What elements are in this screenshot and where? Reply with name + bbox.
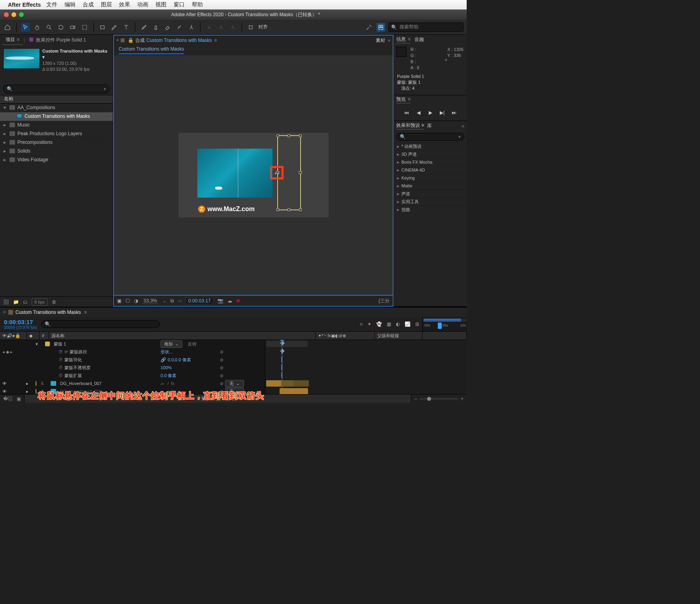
- workspace-reset-icon[interactable]: [376, 23, 385, 32]
- disclosure-triangle-icon[interactable]: ▸: [2, 122, 7, 128]
- tab-library[interactable]: 库: [427, 123, 432, 129]
- zoom-window-button[interactable]: [19, 12, 24, 17]
- disclosure-triangle-icon[interactable]: ▾: [2, 105, 7, 110]
- effects-search-input[interactable]: 🔍▾: [396, 133, 464, 141]
- tab-effect-controls[interactable]: 效果控件 Purple Solid 1: [26, 36, 89, 45]
- eraser-tool[interactable]: [163, 23, 172, 32]
- time-ruler[interactable]: :00s 05s 10s: [422, 317, 467, 331]
- shy-toggle-icon[interactable]: 👻: [376, 321, 382, 327]
- type-tool[interactable]: [122, 23, 131, 32]
- disclosure-triangle-icon[interactable]: ▸: [397, 207, 399, 212]
- pickwhip-icon[interactable]: ⊘: [220, 357, 223, 362]
- chevron-down-icon[interactable]: ⌄: [163, 298, 166, 304]
- mask-invert-label[interactable]: 反转: [188, 341, 197, 347]
- disclosure-triangle-icon[interactable]: ▸: [397, 144, 399, 149]
- project-item[interactable]: ▸Video Footage: [0, 156, 113, 164]
- disclosure-triangle-icon[interactable]: ▸: [397, 168, 399, 173]
- interpret-footage-icon[interactable]: ⬛: [3, 299, 9, 305]
- brush-tool[interactable]: [140, 23, 148, 32]
- tab-effects-presets[interactable]: 效果和预设 ≡: [396, 122, 424, 130]
- effects-category[interactable]: ▸实用工具: [394, 198, 467, 206]
- project-item[interactable]: ▸Precompositions: [0, 138, 113, 147]
- local-axis-icon[interactable]: [205, 23, 214, 32]
- effects-category[interactable]: ▸扭曲: [394, 206, 467, 213]
- roto-brush-tool[interactable]: [175, 23, 184, 32]
- comp-flowchart-icon[interactable]: ⎋: [360, 321, 363, 327]
- camera-tool[interactable]: [68, 23, 77, 32]
- project-search-input[interactable]: 🔍 ▾: [3, 85, 110, 93]
- close-tab-icon[interactable]: ×: [116, 38, 119, 43]
- disclosure-triangle-icon[interactable]: ▸: [2, 148, 7, 154]
- zoom-tool[interactable]: [45, 23, 53, 32]
- col-parent[interactable]: 父级和链接: [375, 332, 422, 340]
- last-frame-button[interactable]: ⏭: [451, 109, 457, 116]
- footage-tab[interactable]: 素材: [376, 37, 385, 44]
- timeline-layer-outline[interactable]: ▾蒙版 1相加 ⌄ 反转◂ ◆ ▸⏱ ⟳ 蒙版路径形状...⊘⏱ 蒙版羽化🔗 0…: [0, 340, 265, 394]
- playhead[interactable]: [438, 323, 442, 329]
- rotation-tool[interactable]: [57, 23, 65, 32]
- project-item-list[interactable]: ▾AA_CompositionsCustom Transitions with …: [0, 104, 113, 296]
- world-axis-icon[interactable]: [217, 23, 225, 32]
- project-item[interactable]: ▸Music: [0, 121, 113, 130]
- menu-edit[interactable]: 编辑: [64, 1, 76, 8]
- home-button[interactable]: [3, 23, 12, 32]
- eye-toggle-icon[interactable]: 👁: [2, 381, 7, 386]
- disclosure-triangle-icon[interactable]: ▸: [397, 176, 399, 181]
- effects-category[interactable]: ▸Matte: [394, 182, 467, 190]
- work-area-bar[interactable]: [424, 319, 461, 322]
- tab-project[interactable]: 项目≡: [2, 35, 23, 45]
- current-time-display[interactable]: 0:00:03:17: [185, 297, 214, 304]
- menu-animation[interactable]: 动画: [137, 1, 148, 8]
- effects-category-list[interactable]: ▸* 动画预设▸3D 声道▸Boris FX Mocha▸CINEMA 4D▸K…: [394, 142, 467, 306]
- label-header-icon[interactable]: ◆: [29, 333, 32, 338]
- graph-editor-icon[interactable]: 📈: [405, 321, 411, 327]
- channel-icon[interactable]: ☁: [227, 298, 232, 304]
- timeline-row[interactable]: ⏱ 蒙版扩展0.0 像素⊘: [0, 372, 265, 379]
- mask-handle-mid-right[interactable]: [299, 171, 302, 174]
- disclosure-triangle-icon[interactable]: ▸: [397, 191, 399, 196]
- mask-color-swatch[interactable]: [45, 342, 50, 346]
- effects-category[interactable]: ▸3D 声道: [394, 150, 467, 158]
- timeline-search-input[interactable]: 🔍: [41, 320, 160, 328]
- mask-handle-top-right[interactable]: [299, 134, 302, 137]
- mask-mode-dropdown[interactable]: 相加 ⌄: [161, 340, 182, 348]
- pickwhip-icon[interactable]: ⊘: [220, 349, 223, 355]
- disclosure-triangle-icon[interactable]: ▸: [26, 381, 28, 386]
- mask-name[interactable]: 蒙版 1: [54, 341, 66, 347]
- layer-track-bar[interactable]: [280, 388, 308, 394]
- disclosure-triangle-icon[interactable]: ▸: [397, 160, 399, 165]
- parent-dropdown[interactable]: 无 ⌄: [225, 380, 244, 387]
- stopwatch-icon[interactable]: ⏱: [59, 365, 63, 370]
- next-frame-button[interactable]: ▶|: [439, 109, 445, 116]
- property-value[interactable]: 形状...: [161, 349, 173, 355]
- mask-handle-bottom-left[interactable]: [276, 208, 279, 211]
- toggle-modes-icon[interactable]: ▣: [17, 396, 21, 402]
- draft3d-icon[interactable]: ✦: [367, 321, 371, 327]
- layer-name[interactable]: DG_Hoverboard_007: [60, 381, 102, 386]
- property-value[interactable]: 100%: [161, 365, 172, 370]
- pan-behind-tool[interactable]: [80, 23, 89, 32]
- disclosure-triangle-icon[interactable]: ▸: [2, 131, 7, 136]
- timeline-row[interactable]: ⏱ 蒙版羽化🔗 0.0,0.0 像素⊘: [0, 356, 265, 364]
- play-button[interactable]: ▶: [427, 109, 433, 116]
- motion-blur-icon[interactable]: ◐: [396, 321, 400, 327]
- property-value[interactable]: 0.0 像素: [161, 373, 176, 379]
- menu-file[interactable]: 文件: [46, 1, 57, 8]
- project-item[interactable]: ▾AA_Compositions: [0, 104, 113, 112]
- stopwatch-icon[interactable]: ⏱: [59, 373, 63, 378]
- minimize-window-button[interactable]: [11, 12, 16, 17]
- effects-category[interactable]: ▸声道: [394, 190, 467, 198]
- close-window-button[interactable]: [4, 12, 9, 17]
- mask-handle-bottom-mid[interactable]: [288, 208, 290, 211]
- app-menu[interactable]: After Effects: [8, 2, 41, 8]
- transparency-grid-icon[interactable]: 🖵: [125, 298, 130, 304]
- link-icon[interactable]: 🔗: [161, 357, 166, 362]
- always-preview-icon[interactable]: ▣: [117, 298, 121, 304]
- effects-category[interactable]: ▸* 动画预设: [394, 142, 467, 150]
- toggle-switches-icon[interactable]: �⿻: [3, 396, 13, 402]
- snapshot-icon[interactable]: 📷: [218, 298, 223, 304]
- effects-category[interactable]: ▸Keying: [394, 174, 467, 182]
- delete-icon[interactable]: 🗑: [52, 299, 57, 305]
- project-color-depth[interactable]: 8 bpc: [32, 298, 48, 306]
- snapping-toggle[interactable]: [246, 23, 255, 32]
